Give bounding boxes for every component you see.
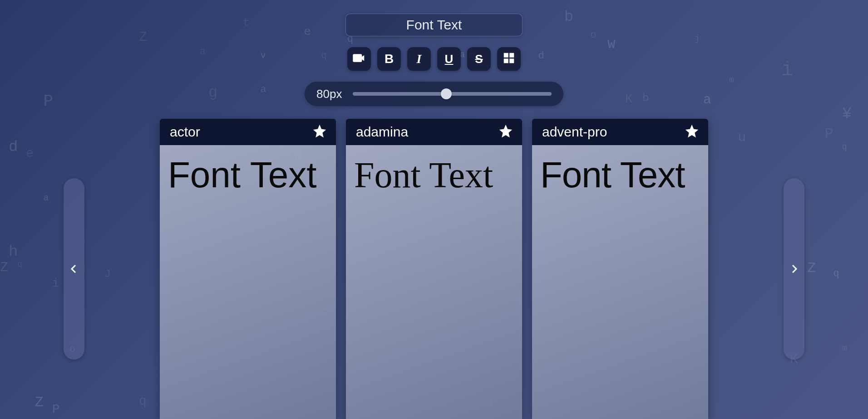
bold-icon: B [385, 52, 394, 66]
font-sample: Font Text [532, 145, 708, 419]
star-icon [312, 123, 327, 141]
font-card-actor: actor Font Text [160, 119, 336, 419]
grid-icon [502, 51, 516, 67]
bold-button[interactable]: B [377, 47, 401, 71]
camera-button[interactable] [347, 47, 371, 71]
card-header: advent-pro [532, 119, 708, 145]
underline-icon: U [445, 52, 454, 66]
underline-button[interactable]: U [437, 47, 461, 71]
prev-button[interactable] [64, 178, 84, 360]
font-sample: Font Text [346, 145, 522, 419]
favorite-button[interactable] [684, 124, 700, 140]
card-header: adamina [346, 119, 522, 145]
favorite-button[interactable] [498, 124, 514, 140]
font-size-label: 80px [316, 87, 342, 101]
font-card-advent-pro: advent-pro Font Text [532, 119, 708, 419]
strikethrough-button[interactable]: S [467, 47, 491, 71]
star-icon [684, 123, 700, 141]
font-size-slider-bar: 80px [305, 82, 563, 106]
italic-icon: I [417, 52, 422, 66]
stage: B I U S 80px actor [0, 0, 868, 419]
font-name-label: advent-pro [542, 124, 607, 140]
font-name-label: actor [170, 124, 200, 140]
font-size-slider[interactable] [353, 92, 552, 96]
font-sample: Font Text [160, 145, 336, 419]
slider-thumb[interactable] [441, 88, 452, 99]
formatting-toolbar: B I U S [347, 47, 521, 71]
sample-text-input[interactable] [345, 14, 523, 36]
favorite-button[interactable] [311, 124, 328, 140]
camera-icon [352, 51, 366, 67]
strikethrough-icon: S [475, 52, 483, 66]
next-button[interactable] [784, 178, 804, 360]
font-carousel: actor Font Text adamina Font Text [0, 119, 868, 419]
font-name-label: adamina [356, 124, 408, 140]
chevron-left-icon [69, 260, 79, 278]
card-header: actor [160, 119, 336, 145]
chevron-right-icon [789, 260, 799, 278]
star-icon [498, 123, 513, 141]
font-card-adamina: adamina Font Text [346, 119, 522, 419]
grid-view-button[interactable] [497, 47, 521, 71]
italic-button[interactable]: I [407, 47, 431, 71]
